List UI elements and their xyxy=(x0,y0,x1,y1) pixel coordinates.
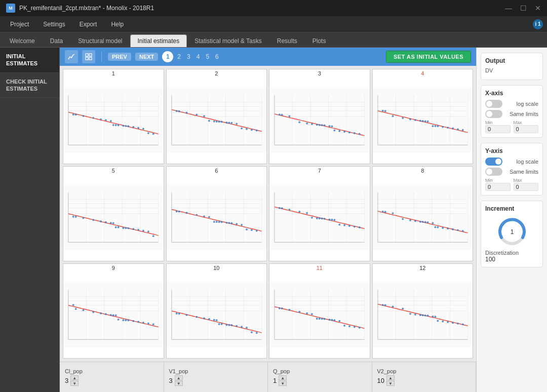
svg-point-256 xyxy=(83,309,85,311)
svg-point-287 xyxy=(196,316,198,318)
svg-point-180 xyxy=(250,229,252,231)
chart-cell-12[interactable]: 12 xyxy=(372,263,474,359)
svg-point-294 xyxy=(225,324,227,326)
param-q-pop-label: Q_pop xyxy=(273,368,367,374)
svg-point-354 xyxy=(432,316,434,318)
page-4[interactable]: 4 xyxy=(194,53,202,61)
svg-point-286 xyxy=(185,314,187,316)
svg-point-288 xyxy=(203,318,205,320)
param-cl-pop-down[interactable]: ▼ xyxy=(70,381,79,386)
xaxis-max-value[interactable]: 0 xyxy=(514,125,539,133)
svg-point-14 xyxy=(72,113,74,115)
param-v2-pop-value[interactable]: 10 xyxy=(377,377,384,384)
maximize-button[interactable]: ☐ xyxy=(520,4,527,12)
chart-title-10: 10 xyxy=(213,264,219,271)
xaxis-min-value[interactable]: 0 xyxy=(485,125,511,133)
yaxis-max-value[interactable]: 0 xyxy=(514,183,539,191)
param-cl-pop-value[interactable]: 3 xyxy=(65,377,68,384)
yaxis-same-toggle[interactable] xyxy=(485,168,502,176)
toolbar-separator xyxy=(101,52,102,62)
svg-point-91 xyxy=(359,133,361,135)
menubar: Project Settings Export Help i 1 xyxy=(0,16,547,32)
param-v2-pop-down[interactable]: ▼ xyxy=(386,381,395,386)
sidebar-item-initial-estimates[interactable]: INITIAL ESTIMATES xyxy=(0,48,59,73)
tab-statistical-model[interactable]: Statistical model & Tasks xyxy=(187,34,269,47)
minimize-button[interactable]: — xyxy=(505,4,512,12)
svg-point-77 xyxy=(298,121,300,123)
tab-structural-model[interactable]: Structural model xyxy=(70,34,130,47)
page-6[interactable]: 6 xyxy=(213,53,221,61)
svg-point-44 xyxy=(175,110,177,112)
chart-cell-5[interactable]: 5 xyxy=(63,166,164,261)
chart-cell-9[interactable]: 9 xyxy=(63,263,164,359)
param-q-pop-up[interactable]: ▲ xyxy=(279,375,287,380)
yaxis-min-value[interactable]: 0 xyxy=(485,183,511,191)
svg-point-121 xyxy=(461,129,463,131)
info-button[interactable]: i 1 xyxy=(533,19,543,29)
svg-point-359 xyxy=(452,322,454,324)
svg-point-171 xyxy=(215,221,217,223)
chart-cell-3[interactable]: 3 xyxy=(269,69,370,164)
svg-point-264 xyxy=(123,319,125,321)
param-v1-pop-down[interactable]: ▼ xyxy=(175,381,183,386)
svg-point-323 xyxy=(324,318,326,320)
tab-results[interactable]: Results xyxy=(269,34,305,47)
chart-cell-10[interactable]: 10 xyxy=(166,263,267,359)
xaxis-same-toggle[interactable] xyxy=(485,110,502,118)
set-initial-values-button[interactable]: SET AS INITIAL VALUES xyxy=(386,51,471,63)
prev-button[interactable]: PREV xyxy=(108,53,131,61)
menu-project[interactable]: Project xyxy=(4,19,35,30)
chart-cell-11[interactable]: 11 xyxy=(269,263,370,359)
chart-cell-8[interactable]: 8 xyxy=(372,166,474,261)
xaxis-same-row: Same limits xyxy=(485,110,538,118)
increment-dial[interactable]: 1 xyxy=(497,216,527,247)
svg-point-202 xyxy=(321,217,323,219)
svg-point-26 xyxy=(127,125,129,127)
close-button[interactable]: ✕ xyxy=(535,4,541,12)
chart-cell-6[interactable]: 6 xyxy=(166,166,267,261)
xaxis-log-toggle[interactable] xyxy=(485,100,502,108)
param-cl-pop-up[interactable]: ▲ xyxy=(70,375,79,380)
svg-point-314 xyxy=(279,307,281,309)
tab-welcome[interactable]: Welcome xyxy=(2,34,43,47)
page-1[interactable]: 1 xyxy=(162,51,173,62)
page-2[interactable]: 2 xyxy=(175,53,183,61)
param-v1-pop-up[interactable]: ▲ xyxy=(175,375,183,380)
sidebar-item-check-initial[interactable]: CHECK INITIAL ESTIMATES xyxy=(0,73,59,98)
tab-data[interactable]: Data xyxy=(43,34,70,47)
param-q-pop: Q_pop 1 ▲ ▼ xyxy=(268,362,372,392)
chart-cell-4[interactable]: 4 xyxy=(372,69,474,164)
page-5[interactable]: 5 xyxy=(204,53,211,61)
chart-line-icon[interactable] xyxy=(65,50,78,63)
svg-point-210 xyxy=(354,225,356,227)
yaxis-log-toggle[interactable] xyxy=(485,158,502,166)
svg-point-231 xyxy=(421,221,423,223)
param-q-pop-value[interactable]: 1 xyxy=(273,377,277,384)
page-3[interactable]: 3 xyxy=(185,53,192,61)
svg-point-74 xyxy=(279,113,281,115)
svg-point-134 xyxy=(72,216,74,218)
chart-cell-7[interactable]: 7 xyxy=(269,166,370,261)
svg-point-138 xyxy=(100,220,102,222)
tab-plots[interactable]: Plots xyxy=(305,34,334,47)
svg-point-260 xyxy=(110,314,112,316)
tab-initial-estimates[interactable]: Initial estimates xyxy=(130,34,187,47)
chart-svg-3 xyxy=(269,76,370,164)
menu-export[interactable]: Export xyxy=(73,19,103,30)
param-v2-pop-up[interactable]: ▲ xyxy=(386,375,395,380)
menu-settings[interactable]: Settings xyxy=(37,19,71,30)
svg-point-76 xyxy=(289,115,291,117)
param-q-pop-down[interactable]: ▼ xyxy=(279,381,287,386)
param-v1-pop-value[interactable]: 3 xyxy=(169,377,173,384)
yaxis-max-label: Max xyxy=(514,178,539,183)
svg-point-204 xyxy=(329,218,331,220)
app-logo: M xyxy=(6,4,15,13)
menu-help[interactable]: Help xyxy=(105,19,130,30)
window-controls[interactable]: — ☐ ✕ xyxy=(505,4,541,12)
xaxis-log-row: log scale xyxy=(485,100,538,108)
next-button[interactable]: NEXT xyxy=(135,53,158,61)
chart-cell-1[interactable]: 1 xyxy=(63,69,164,164)
chart-grid-icon[interactable] xyxy=(82,50,95,63)
chart-cell-2[interactable]: 2 xyxy=(166,69,267,164)
yaxis-min-field: Min 0 xyxy=(485,178,511,191)
